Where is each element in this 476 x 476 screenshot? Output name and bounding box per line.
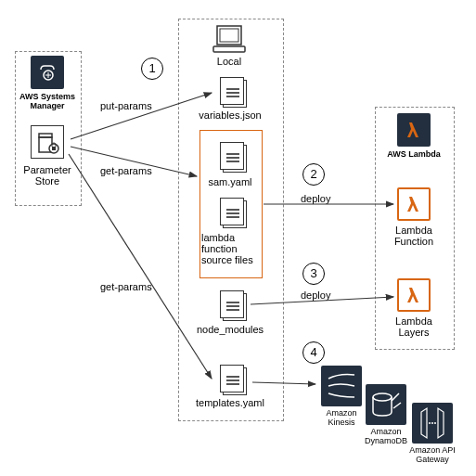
dynamodb-icon bbox=[366, 384, 406, 425]
systems-manager-icon bbox=[31, 56, 64, 89]
svg-rect-4 bbox=[52, 147, 56, 150]
step-4: 4 bbox=[302, 341, 325, 364]
file-icon-variables bbox=[223, 80, 247, 108]
parameter-store-icon bbox=[31, 125, 64, 159]
svg-point-8 bbox=[373, 393, 392, 401]
sam-label: sam.yaml bbox=[202, 176, 258, 187]
edge-deploy-1: deploy bbox=[301, 193, 347, 204]
edge-deploy-2: deploy bbox=[301, 289, 347, 301]
edge-put-params: put-params bbox=[100, 100, 167, 111]
edge-get-params-2: get-params bbox=[100, 281, 167, 292]
apigateway-label: Amazon API Gateway bbox=[406, 445, 458, 464]
lambda-function-icon bbox=[397, 187, 431, 221]
templates-label: templates.yaml bbox=[191, 397, 269, 408]
lambda-layers-label: Lambda Layers bbox=[386, 315, 442, 338]
file-icon-templates bbox=[223, 367, 247, 395]
kinesis-label: Amazon Kinesis bbox=[319, 408, 364, 427]
svg-rect-2 bbox=[39, 134, 52, 137]
kinesis-icon bbox=[321, 366, 362, 406]
parameter-store-label: Parameter Store bbox=[20, 164, 74, 187]
local-label: Local bbox=[206, 56, 252, 67]
lambda-function-label: Lambda Function bbox=[386, 225, 442, 247]
file-icon-sam bbox=[223, 145, 247, 173]
file-icon-node-modules bbox=[223, 293, 247, 321]
aws-lambda-icon bbox=[397, 113, 431, 147]
aws-lambda-label: AWS Lambda bbox=[380, 149, 447, 159]
file-icon-lambda-src bbox=[223, 200, 247, 228]
apigateway-icon bbox=[412, 403, 453, 444]
svg-rect-7 bbox=[213, 46, 245, 52]
step-2: 2 bbox=[302, 163, 325, 186]
variables-label: variables.json bbox=[193, 109, 267, 121]
step-1: 1 bbox=[141, 58, 163, 80]
svg-point-11 bbox=[434, 422, 436, 424]
edge-get-params-1: get-params bbox=[100, 165, 167, 176]
lambda-src-label: lambda function source files bbox=[201, 232, 259, 265]
computer-icon bbox=[212, 24, 247, 54]
svg-point-9 bbox=[429, 422, 431, 424]
svg-rect-6 bbox=[220, 29, 238, 42]
systems-manager-label: AWS Systems Manager bbox=[17, 92, 78, 110]
dynamodb-label: Amazon DynamoDB bbox=[362, 427, 410, 445]
svg-point-10 bbox=[431, 422, 433, 424]
node-modules-label: node_modules bbox=[193, 324, 267, 335]
step-3: 3 bbox=[302, 263, 325, 285]
lambda-layers-icon bbox=[397, 278, 431, 312]
